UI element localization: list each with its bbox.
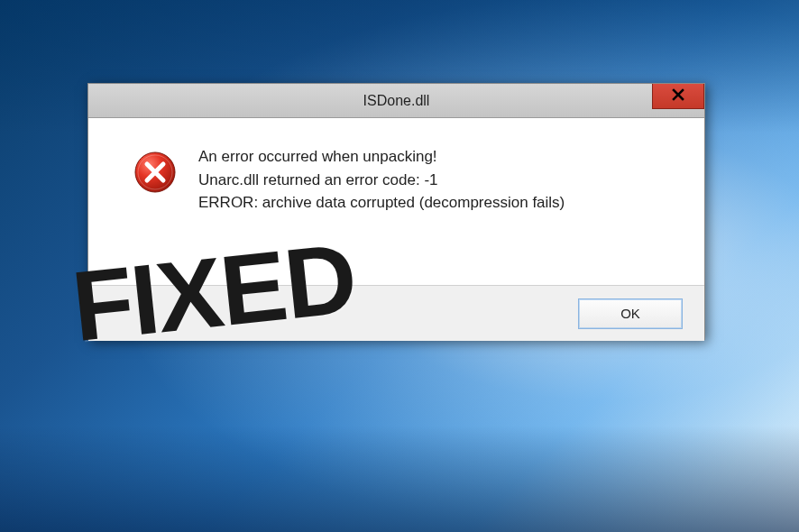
error-dialog: ISDone.dll: [87, 83, 705, 340]
dialog-footer: OK: [88, 285, 704, 341]
error-line-1: An error occurred when unpacking!: [198, 145, 677, 169]
close-icon: [672, 88, 684, 105]
close-button[interactable]: [652, 84, 704, 109]
error-message: An error occurred when unpacking! Unarc.…: [198, 145, 677, 267]
dialog-titlebar[interactable]: ISDone.dll: [88, 84, 704, 118]
error-icon: [133, 151, 177, 194]
error-line-3: ERROR: archive data corrupted (decompres…: [198, 191, 677, 215]
dialog-title: ISDone.dll: [363, 93, 430, 109]
ok-button[interactable]: OK: [578, 298, 683, 329]
dialog-body: An error occurred when unpacking! Unarc.…: [88, 118, 704, 285]
error-line-2: Unarc.dll returned an error code: -1: [198, 169, 677, 192]
